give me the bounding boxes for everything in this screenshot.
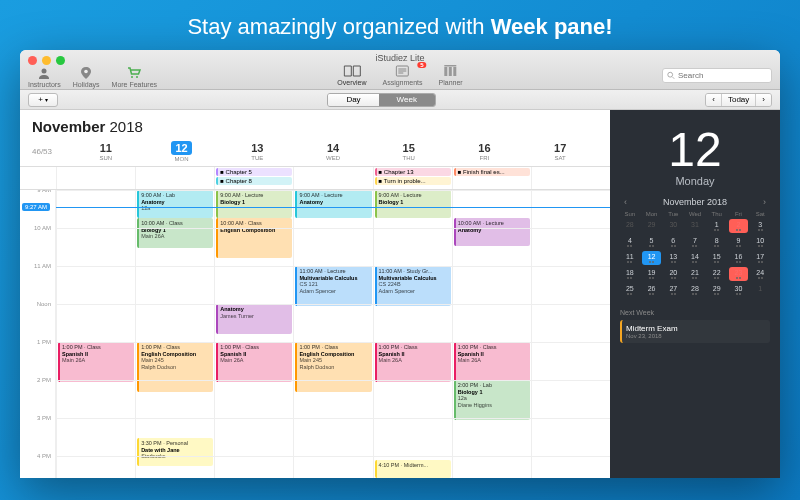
view-week[interactable]: Week [379, 94, 435, 106]
mini-day-cell[interactable]: 31 [685, 219, 705, 233]
calendar-event[interactable]: 1:00 PM · ClassEnglish CompositionMain 2… [137, 342, 213, 392]
mini-day-cell[interactable]: 1 [707, 219, 727, 233]
minimize-icon[interactable] [42, 56, 51, 65]
calendar-event[interactable]: 11:00 AM · Study Gr...Multivariable Calc… [375, 266, 451, 306]
mini-day-cell[interactable]: 5 [642, 235, 662, 249]
tab-overview[interactable]: Overview [337, 64, 366, 86]
promo-headline: Stay amazingly organized with Week pane! [0, 0, 800, 50]
allday-chip[interactable]: ■ Chapter 5 [216, 168, 292, 176]
big-day-of-week: Monday [620, 175, 770, 187]
mini-day-cell[interactable]: 24 [750, 267, 770, 281]
calendar-event[interactable]: 4:10 PM · Midterm... [375, 460, 451, 478]
mini-day-cell[interactable]: 20 [663, 267, 683, 281]
hour-label: 2 PM [37, 377, 51, 383]
time-grid: 9 AM10 AM11 AMNoon1 PM2 PM3 PM4 PM 1:00 … [20, 190, 610, 478]
mini-day-cell[interactable]: 4 [620, 235, 640, 249]
svg-rect-5 [445, 67, 448, 76]
svg-point-0 [42, 69, 47, 74]
mini-day-cell[interactable]: 3 [750, 219, 770, 233]
day-header[interactable]: 11SUN [68, 142, 144, 161]
calendar-event[interactable]: 1:00 PM · ClassSpanish IIMain 26A [454, 342, 530, 382]
mini-day-cell[interactable]: 30 [663, 219, 683, 233]
mini-day-cell[interactable]: 7 [685, 235, 705, 249]
mini-day-cell[interactable]: 22 [707, 267, 727, 281]
mini-next-month[interactable]: › [759, 197, 770, 207]
titlebar: iStudiez Lite Instructors Holidays More … [20, 50, 780, 90]
mini-day-cell[interactable]: 27 [663, 283, 683, 297]
mini-day-cell[interactable]: 12 [642, 251, 662, 265]
mini-day-cell[interactable]: 13 [663, 251, 683, 265]
calendar-event[interactable]: AnatomyJames Turner [216, 304, 292, 334]
mini-day-cell[interactable]: 28 [620, 219, 640, 233]
calendar-event[interactable]: 1:00 PM · ClassSpanish IIMain 26A [375, 342, 451, 382]
mini-day-cell[interactable]: 19 [642, 267, 662, 281]
mini-day-cell[interactable]: 15 [707, 251, 727, 265]
mini-day-cell[interactable]: 8 [707, 235, 727, 249]
mini-day-cell[interactable]: 23 [729, 267, 749, 281]
mini-day-cell[interactable]: 18 [620, 267, 640, 281]
calendar-event[interactable]: 2:00 PM · LabBiology 112aDiane Higgins [454, 380, 530, 420]
calendar-event[interactable]: 1:00 PM · ClassEnglish CompositionMain 2… [295, 342, 371, 392]
svg-rect-6 [449, 67, 452, 76]
calendar-event[interactable]: 10:00 AM · LectureAnatomy [454, 218, 530, 246]
mini-day-cell[interactable]: 9 [729, 235, 749, 249]
day-header[interactable]: 13TUE [219, 142, 295, 161]
day-header[interactable]: 15THU [371, 142, 447, 161]
big-day-number: 12 [620, 122, 770, 177]
zoom-icon[interactable] [56, 56, 65, 65]
mini-day-cell[interactable]: 26 [642, 283, 662, 297]
mini-day-cell[interactable]: 17 [750, 251, 770, 265]
mini-day-cell[interactable]: 6 [663, 235, 683, 249]
day-header[interactable]: 14WED [295, 142, 371, 161]
svg-rect-7 [454, 67, 457, 76]
week-number: 46/53 [32, 147, 68, 156]
next-week-button[interactable]: › [756, 94, 771, 106]
tab-assignments[interactable]: 5 Assignments [382, 64, 422, 86]
allday-chip[interactable]: ■ Finish final es... [454, 168, 530, 176]
calendar-event[interactable]: 11:00 AM · LectureMultivariable Calculus… [295, 266, 371, 306]
mini-day-cell[interactable]: 16 [729, 251, 749, 265]
now-indicator: 9:27 AM [20, 203, 610, 211]
calendar-event[interactable]: 1:00 PM · ClassSpanish IIMain 26A [58, 342, 134, 382]
more-features-button[interactable]: More Features [112, 66, 158, 88]
mini-month-label: November 2018 [663, 197, 727, 207]
today-button[interactable]: Today [722, 94, 756, 106]
instructors-button[interactable]: Instructors [28, 66, 61, 88]
mini-day-cell[interactable]: 2 [729, 219, 749, 233]
mini-day-cell[interactable]: 10 [750, 235, 770, 249]
mini-prev-month[interactable]: ‹ [620, 197, 631, 207]
mini-day-cell[interactable]: 29 [642, 219, 662, 233]
prev-week-button[interactable]: ‹ [706, 94, 722, 106]
mini-day-cell[interactable]: 1 [750, 283, 770, 297]
calendar-event[interactable]: 3:30 PM · PersonalDate with JaneStarbuck… [137, 438, 213, 466]
tab-planner[interactable]: Planner [439, 64, 463, 86]
hour-label: 10 AM [34, 225, 51, 231]
allday-chip[interactable]: ■ Chapter 8 [216, 177, 292, 185]
calendar-event[interactable]: 10:00 AM · ClassEnglish Composition [216, 218, 292, 258]
mini-day-cell[interactable]: 11 [620, 251, 640, 265]
hour-label: Noon [37, 301, 51, 307]
calendar-event[interactable]: 10:00 AM · ClassBiology 1Main 26A [137, 218, 213, 248]
mini-day-cell[interactable]: 21 [685, 267, 705, 281]
allday-chip[interactable]: ■ Turn in proble... [375, 177, 451, 185]
calendar-event[interactable]: 1:00 PM · ClassSpanish IIMain 26A [216, 342, 292, 382]
mini-dow-header: Thu [707, 211, 727, 217]
mini-calendar: SunMonTueWedThuFriSat2829303112345678910… [620, 211, 770, 297]
view-day[interactable]: Day [328, 94, 378, 106]
close-icon[interactable] [28, 56, 37, 65]
mini-day-cell[interactable]: 25 [620, 283, 640, 297]
svg-point-9 [668, 72, 673, 77]
day-header[interactable]: 17SAT [522, 142, 598, 161]
day-header[interactable]: 12MON [144, 141, 220, 162]
mini-day-cell[interactable]: 29 [707, 283, 727, 297]
book-icon [343, 64, 361, 78]
search-input[interactable] [662, 68, 772, 83]
allday-chip[interactable]: ■ Chapter 13 [375, 168, 451, 176]
mini-day-cell[interactable]: 30 [729, 283, 749, 297]
add-button[interactable]: +▾ [28, 93, 58, 107]
mini-day-cell[interactable]: 28 [685, 283, 705, 297]
holidays-button[interactable]: Holidays [73, 66, 100, 88]
day-header[interactable]: 16FRI [447, 142, 523, 161]
mini-day-cell[interactable]: 14 [685, 251, 705, 265]
next-week-item[interactable]: Midterm Exam Nov 23, 2018 [620, 320, 770, 343]
